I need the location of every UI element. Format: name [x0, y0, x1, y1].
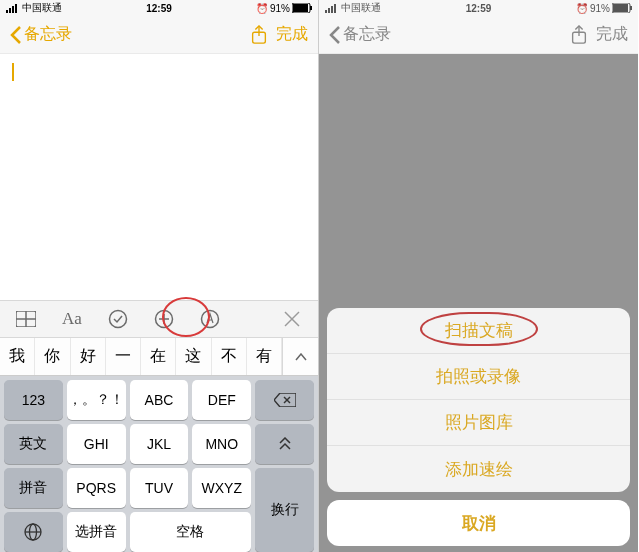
checklist-icon[interactable] — [106, 307, 130, 331]
expand-candidates-icon[interactable] — [282, 338, 318, 375]
chevron-left-icon — [329, 26, 341, 44]
backspace-icon — [274, 393, 296, 407]
key-mode-pinyin[interactable]: 拼音 — [4, 468, 63, 508]
back-button[interactable]: 备忘录 — [10, 24, 72, 45]
key-backspace[interactable] — [255, 380, 314, 420]
back-button: 备忘录 — [329, 24, 391, 45]
sheet-scan-documents[interactable]: 扫描文稿 — [327, 308, 630, 354]
key-wxyz[interactable]: WXYZ — [192, 468, 251, 508]
sheet-photo-library[interactable]: 照片图库 — [327, 400, 630, 446]
key-abc[interactable]: ABC — [130, 380, 189, 420]
sheet-item-label: 添加速绘 — [445, 458, 513, 481]
status-time: 12:59 — [466, 3, 492, 14]
candidate-char[interactable]: 一 — [106, 338, 141, 375]
notes-edit-screen: 中国联通 12:59 ⏰ 91% 备忘录 完成 — [0, 0, 319, 552]
sheet-cancel-label: 取消 — [462, 512, 496, 535]
status-bar: 中国联通 12:59 ⏰ 91% — [0, 0, 318, 16]
sheet-take-photo[interactable]: 拍照或录像 — [327, 354, 630, 400]
note-editor[interactable] — [0, 54, 318, 300]
key-globe[interactable] — [4, 512, 63, 552]
back-label: 备忘录 — [24, 24, 72, 45]
action-sheet: 扫描文稿 拍照或录像 照片图库 添加速绘 取消 — [327, 308, 630, 546]
key-mno[interactable]: MNO — [192, 424, 251, 464]
notes-actionsheet-screen: 中国联通 12:59 ⏰ 91% 备忘录 完成 — [319, 0, 638, 552]
key-mode-english[interactable]: 英文 — [4, 424, 63, 464]
done-button[interactable]: 完成 — [276, 24, 308, 45]
table-icon[interactable] — [14, 307, 38, 331]
text-cursor — [12, 63, 14, 81]
nav-bar: 备忘录 完成 — [319, 16, 638, 54]
done-button: 完成 — [596, 24, 628, 45]
candidate-char[interactable]: 你 — [35, 338, 70, 375]
key-123[interactable]: 123 — [4, 380, 63, 420]
key-collapse[interactable] — [255, 424, 314, 464]
chevron-left-icon — [10, 26, 22, 44]
markup-icon[interactable] — [198, 307, 222, 331]
candidate-char[interactable]: 在 — [141, 338, 176, 375]
sheet-add-sketch[interactable]: 添加速绘 — [327, 446, 630, 492]
key-enter[interactable]: 换行 — [255, 468, 314, 552]
status-time: 12:59 — [146, 3, 172, 14]
sheet-item-label: 扫描文稿 — [445, 319, 513, 342]
sheet-cancel-button[interactable]: 取消 — [327, 500, 630, 546]
key-jkl[interactable]: JKL — [130, 424, 189, 464]
candidate-char[interactable]: 好 — [71, 338, 106, 375]
nav-bar: 备忘录 完成 — [0, 16, 318, 54]
svg-point-12 — [110, 311, 127, 328]
share-icon — [570, 25, 588, 45]
candidate-char[interactable]: 这 — [176, 338, 211, 375]
note-toolbar: Aa — [0, 300, 318, 338]
key-pqrs[interactable]: PQRS — [67, 468, 126, 508]
chevron-up-double-icon — [278, 437, 292, 451]
candidate-char[interactable]: 有 — [247, 338, 282, 375]
key-ghi[interactable]: GHI — [67, 424, 126, 464]
key-tuv[interactable]: TUV — [130, 468, 189, 508]
share-icon[interactable] — [250, 25, 268, 45]
text-format-button[interactable]: Aa — [60, 307, 84, 331]
candidate-bar: 我 你 好 一 在 这 不 有 — [0, 338, 318, 376]
candidate-char[interactable]: 我 — [0, 338, 35, 375]
back-label: 备忘录 — [343, 24, 391, 45]
keyboard: 123 ，。？！ ABC DEF 英文 GHI JKL MNO 拼音 PQRS … — [0, 376, 318, 552]
sheet-item-label: 照片图库 — [445, 411, 513, 434]
close-keyboard-icon[interactable] — [280, 307, 304, 331]
key-def[interactable]: DEF — [192, 380, 251, 420]
key-punct[interactable]: ，。？！ — [67, 380, 126, 420]
key-select-pinyin[interactable]: 选拼音 — [67, 512, 126, 552]
plus-icon[interactable] — [152, 307, 176, 331]
key-space[interactable]: 空格 — [130, 512, 252, 552]
globe-icon — [24, 523, 42, 541]
candidate-char[interactable]: 不 — [212, 338, 247, 375]
sheet-item-label: 拍照或录像 — [436, 365, 521, 388]
status-bar: 中国联通 12:59 ⏰ 91% — [319, 0, 638, 16]
